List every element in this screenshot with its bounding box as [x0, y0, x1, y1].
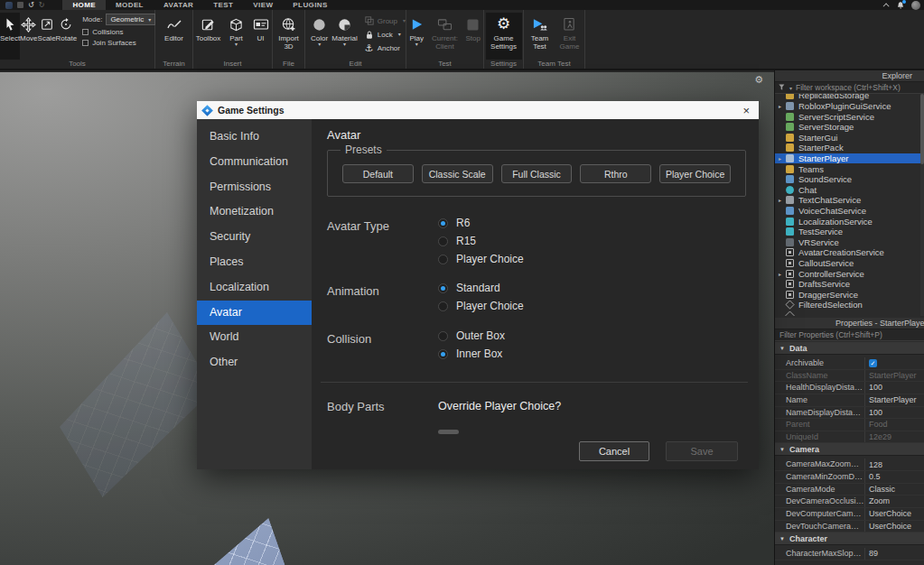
tree-item[interactable]: ▸ TextChatService [775, 195, 924, 206]
property-value-cell[interactable]: ✓ 100 [865, 407, 924, 419]
color-button[interactable]: Color ▾ [309, 13, 330, 60]
sidebar-item[interactable]: Communication [197, 150, 312, 175]
tree-item[interactable]: ▸ StarterPack [775, 143, 924, 153]
expand-arrow-icon[interactable]: ▸ [779, 197, 786, 203]
sidebar-item[interactable]: Other [197, 350, 312, 375]
sidebar-item[interactable]: Avatar [197, 301, 312, 326]
menu-tab[interactable]: VIEW [243, 0, 283, 10]
property-value-cell[interactable]: ✓ UserChoice [865, 508, 924, 520]
menu-tab[interactable]: HOME [62, 0, 106, 10]
lock-button[interactable]: Lock ▾ [365, 29, 406, 40]
collapse-ribbon-icon[interactable] [883, 3, 890, 9]
tree-item[interactable]: ▸ Chat [775, 184, 924, 195]
sidebar-item[interactable]: Localization [197, 275, 312, 301]
sidebar-item[interactable]: Permissions [197, 175, 312, 200]
redo-icon[interactable]: ↻ [39, 2, 45, 9]
explorer-header[interactable]: Explorer [775, 70, 924, 82]
select-tool-button[interactable]: Select [0, 13, 20, 60]
radio-icon[interactable] [438, 218, 448, 228]
chevron-down-icon[interactable]: ▾ [343, 42, 346, 47]
property-row[interactable]: Parent ✓ Food [775, 419, 924, 431]
radio-option[interactable]: Player Choice [438, 297, 524, 315]
preset-button[interactable]: Full Classic [501, 164, 573, 183]
property-value-cell[interactable]: ✓ 12e29 [865, 431, 924, 443]
property-value-cell[interactable]: ✓ StarterPlayer [865, 370, 924, 382]
preset-button[interactable]: Classic Scale [422, 164, 493, 183]
tree-item[interactable]: ▸ ServerScriptService [775, 111, 924, 122]
property-row[interactable]: CameraMinZoomDistance ✓ 0.5 [775, 471, 924, 484]
play-button[interactable]: Play ▾ [406, 13, 427, 60]
tree-item[interactable]: ▸ ReplicatedStorage [775, 94, 924, 101]
tree-item[interactable]: ▸ ServerStorage [775, 122, 924, 133]
override-toggle[interactable] [438, 430, 459, 434]
collapse-arrow-icon[interactable]: ▼ [779, 346, 785, 351]
radio-option[interactable]: Standard [438, 279, 524, 297]
property-row[interactable]: NameDisplayDistance ✓ 100 [775, 407, 924, 420]
property-row[interactable]: UniqueId ✓ 12e29 [775, 431, 924, 444]
expand-arrow-icon[interactable]: ▸ [779, 103, 786, 109]
expand-arrow-icon[interactable]: ▸ [779, 271, 786, 277]
property-row[interactable]: CameraMode ✓ Classic [775, 484, 924, 496]
game-settings-button[interactable]: ⚙ Game Settings [486, 13, 522, 60]
property-row[interactable]: DevTouchCameraMovementMode ✓ UserChoice [775, 521, 924, 533]
mode-dropdown[interactable]: Geometric ▾ [106, 14, 155, 25]
chevron-down-icon[interactable]: ▾ [398, 32, 401, 37]
sidebar-item[interactable]: Places [197, 250, 312, 275]
sidebar-item[interactable]: Security [197, 225, 312, 250]
tree-item[interactable]: ▸ VRService [775, 237, 924, 248]
property-value-cell[interactable]: ✓ 0.5 [865, 471, 924, 483]
team-test-button[interactable]: Team Test [527, 13, 554, 60]
import-3d-button[interactable]: Import 3D [275, 13, 303, 60]
radio-option[interactable]: Outer Box [438, 327, 505, 345]
property-value-cell[interactable]: ✓ [865, 357, 924, 369]
menu-tab[interactable]: TEST [203, 0, 243, 10]
radio-icon[interactable] [438, 283, 448, 293]
anchor-button[interactable]: ⚓ Anchor [365, 42, 406, 53]
radio-icon[interactable] [438, 255, 448, 264]
viewport-gear-icon[interactable]: ⚙ [754, 74, 763, 86]
rotate-tool-button[interactable]: Rotate [56, 13, 78, 60]
move-tool-button[interactable]: Move [20, 13, 38, 60]
tree-item[interactable]: ▸ TestService [775, 227, 924, 237]
part-button[interactable]: Part ▾ [225, 13, 248, 60]
property-value-cell[interactable]: ✓ Food [865, 419, 924, 431]
radio-icon[interactable] [438, 331, 448, 341]
terrain-editor-button[interactable]: Editor [160, 13, 189, 60]
property-value-cell[interactable]: ✓ Classic [865, 484, 924, 496]
preset-button[interactable]: Default [342, 164, 414, 183]
join-surfaces-checkbox[interactable]: Join Surfaces [82, 39, 155, 47]
property-row[interactable]: CameraMaxZoomDistance ✓ 128 [775, 458, 924, 471]
radio-option[interactable]: Inner Box [438, 345, 505, 363]
close-icon[interactable]: × [740, 105, 752, 116]
chevron-down-icon[interactable]: ▾ [235, 42, 238, 47]
property-value-cell[interactable]: ✓ StarterPlayer [865, 394, 924, 406]
tree-item[interactable]: ▸ DraftsService [775, 279, 924, 290]
section-header[interactable]: ▼ Data [775, 342, 924, 355]
tree-item[interactable]: ▸ LocalizationService [775, 216, 924, 227]
collapse-arrow-icon[interactable]: ▼ [779, 447, 785, 452]
property-value-cell[interactable]: ✓ UserChoice [865, 521, 924, 533]
menu-tab[interactable]: AVATAR [154, 0, 203, 10]
chevron-down-icon[interactable]: ▾ [415, 42, 418, 47]
expand-arrow-icon[interactable]: ▸ [779, 155, 786, 162]
radio-option[interactable]: Player Choice [438, 250, 524, 268]
menu-tab[interactable]: PLUGINS [283, 0, 337, 10]
properties-filter[interactable]: Filter Properties (Ctrl+Shift+P) [775, 329, 924, 341]
tree-item[interactable]: ▸ StarterGui [775, 132, 924, 143]
chevron-down-icon[interactable]: ▾ [318, 42, 321, 47]
preset-button[interactable]: Rthro [580, 164, 651, 183]
tree-item[interactable]: ▸ RobloxPluginGuiService [775, 101, 924, 112]
sidebar-item[interactable]: Monetization [197, 199, 312, 225]
notifications-bell-icon[interactable] [896, 1, 905, 10]
section-header[interactable]: ▼ Camera [775, 443, 924, 456]
property-value-cell[interactable]: ✓ 128 [865, 458, 924, 470]
collisions-checkbox[interactable]: Collisions [82, 28, 155, 36]
cancel-button[interactable]: Cancel [579, 441, 649, 461]
property-row[interactable]: CharacterMaxSlopeAngle ✓ 89 [775, 548, 924, 560]
radio-icon[interactable] [438, 349, 448, 359]
collapse-arrow-icon[interactable]: ▼ [779, 536, 785, 542]
checkbox-checked-icon[interactable]: ✓ [869, 359, 877, 367]
sidebar-item[interactable]: World [197, 325, 312, 350]
explorer-filter[interactable]: ▾ Filter workspace (Ctrl+Shift+X) [775, 82, 924, 94]
scale-tool-button[interactable]: Scale [38, 13, 56, 60]
